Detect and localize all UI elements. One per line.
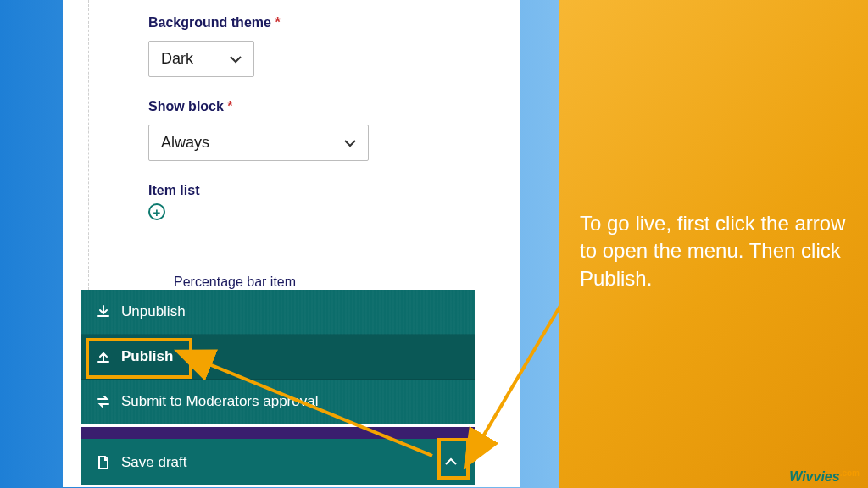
menu-item-submit[interactable]: Submit to Moderators approval [81,380,475,424]
show-block-select[interactable]: Always [148,125,369,161]
item-list-label: Item list [148,183,470,198]
chevron-down-icon [230,53,242,66]
background-theme-select[interactable]: Dark [148,41,254,77]
menu-label: Unpublish [121,303,186,320]
background-theme-value: Dark [161,50,193,68]
chevron-down-icon [344,136,356,150]
download-icon [96,304,111,319]
publish-menu: Unpublish Publish Submit to Moderators a… [81,290,475,424]
save-draft-row[interactable]: Save draft [81,439,475,485]
show-block-label: Show block * [148,99,470,114]
menu-label: Submit to Moderators approval [121,393,318,410]
save-label: Save draft [121,454,187,471]
add-item-button[interactable]: + [148,203,165,220]
swap-icon [96,394,111,409]
menu-item-publish[interactable]: Publish [81,335,475,380]
instruction-text: To go live, first click the arrow to ope… [580,210,851,292]
menu-label: Publish [121,348,173,365]
show-block-value: Always [161,134,209,152]
item-row-peek: Percentage bar item [174,274,296,290]
background-theme-label: Background theme * [148,15,470,30]
document-icon [96,455,111,470]
menu-item-unpublish[interactable]: Unpublish [81,290,475,335]
menu-caret-button[interactable] [436,446,466,478]
upload-icon [96,349,111,364]
instruction-panel: To go live, first click the arrow to ope… [559,0,868,488]
brand-logo: Wivvies.com [789,469,860,485]
